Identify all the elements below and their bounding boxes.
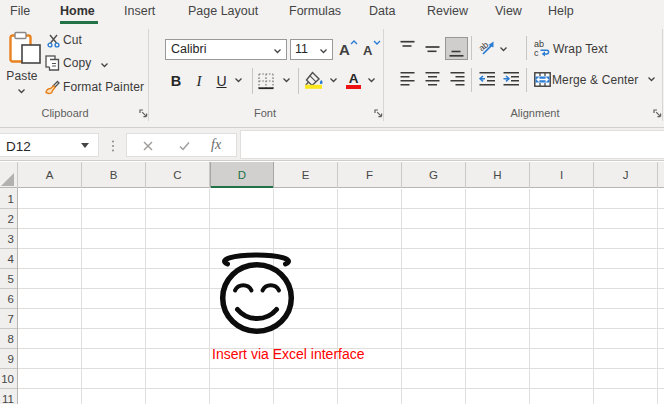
name-box-dropdown-icon[interactable] bbox=[81, 143, 89, 148]
name-box[interactable]: D12 bbox=[0, 133, 99, 157]
format-painter-icon[interactable] bbox=[44, 79, 61, 95]
ribbon-tab-file[interactable]: File bbox=[10, 0, 30, 24]
font-dialog-launcher-icon[interactable] bbox=[374, 109, 383, 118]
font-size-combobox[interactable]: 11 bbox=[290, 39, 333, 60]
group-separator bbox=[662, 29, 663, 121]
ribbon: Paste Cut Copy Format Painter bbox=[0, 24, 664, 128]
cut-icon[interactable] bbox=[47, 34, 60, 48]
row-header-9[interactable]: 9 bbox=[0, 349, 17, 369]
row-header-8[interactable]: 8 bbox=[0, 329, 17, 349]
increase-font-size-button[interactable]: A bbox=[339, 41, 359, 57]
font-name-combobox[interactable]: Calibri bbox=[165, 39, 287, 60]
ribbon-tab-formulas[interactable]: Formulas bbox=[289, 0, 341, 24]
column-header-i[interactable]: I bbox=[530, 162, 594, 188]
wrap-text-icon[interactable]: ab c bbox=[534, 39, 551, 57]
ribbon-tab-data[interactable]: Data bbox=[369, 0, 395, 24]
small-separator bbox=[298, 68, 299, 94]
copy-button-label[interactable]: Copy bbox=[63, 56, 92, 70]
group-separator bbox=[148, 29, 149, 121]
underline-button[interactable]: U bbox=[213, 73, 230, 89]
bottom-align-icon[interactable] bbox=[449, 40, 464, 57]
fill-color-chevron[interactable] bbox=[329, 77, 338, 83]
bold-button[interactable]: B bbox=[168, 73, 184, 89]
decrease-indent-icon[interactable] bbox=[479, 71, 496, 86]
cut-button-label[interactable]: Cut bbox=[63, 33, 82, 47]
copy-dropdown-chevron[interactable] bbox=[100, 62, 109, 68]
ribbon-tab-strip: FileHomeInsertPage LayoutFormulasDataRev… bbox=[0, 0, 664, 24]
orientation-icon[interactable]: ab bbox=[479, 40, 497, 57]
column-header-e[interactable]: E bbox=[274, 162, 338, 188]
row-header-5[interactable]: 5 bbox=[0, 269, 17, 289]
select-all-corner[interactable] bbox=[0, 162, 18, 188]
row-header-1[interactable]: 1 bbox=[0, 189, 17, 209]
row-header-7[interactable]: 7 bbox=[0, 309, 17, 329]
decrease-font-caret-icon bbox=[373, 40, 381, 45]
column-header-g[interactable]: G bbox=[402, 162, 466, 188]
decrease-font-size-button[interactable]: A bbox=[363, 41, 383, 57]
small-separator bbox=[252, 68, 253, 94]
group-separator bbox=[383, 29, 384, 121]
align-left-icon[interactable] bbox=[400, 71, 415, 86]
svg-text:c: c bbox=[534, 48, 539, 57]
underline-chevron[interactable] bbox=[234, 77, 243, 83]
column-header-b[interactable]: B bbox=[82, 162, 146, 188]
cancel-icon[interactable] bbox=[143, 141, 153, 151]
merge-center-button-label[interactable]: Merge & Center bbox=[552, 73, 638, 87]
column-header-a[interactable]: A bbox=[18, 162, 82, 188]
small-separator bbox=[526, 36, 527, 60]
insert-function-icon[interactable]: fx bbox=[211, 137, 221, 153]
excel-window: FileHomeInsertPage LayoutFormulasDataRev… bbox=[0, 0, 664, 404]
font-size-chevron[interactable] bbox=[319, 48, 328, 54]
column-header-c[interactable]: C bbox=[146, 162, 210, 188]
align-center-icon[interactable] bbox=[425, 71, 440, 86]
clipboard-dialog-launcher-icon[interactable] bbox=[139, 109, 148, 118]
ribbon-tab-insert[interactable]: Insert bbox=[124, 0, 155, 24]
ribbon-tab-help[interactable]: Help bbox=[548, 0, 574, 24]
row-header-11[interactable]: 11 bbox=[0, 389, 17, 404]
ribbon-tab-review[interactable]: Review bbox=[427, 0, 468, 24]
wrap-text-button-label[interactable]: Wrap Text bbox=[553, 42, 608, 56]
font-color-bar[interactable] bbox=[346, 85, 361, 89]
paste-button-label[interactable]: Paste bbox=[0, 69, 44, 83]
small-separator bbox=[471, 36, 472, 60]
formula-bar-handle-dots-icon[interactable] bbox=[112, 140, 114, 152]
paste-dropdown-chevron[interactable] bbox=[17, 88, 26, 94]
increase-indent-icon[interactable] bbox=[503, 71, 520, 86]
row-header-10[interactable]: 10 bbox=[0, 369, 17, 389]
enter-check-icon[interactable] bbox=[179, 141, 190, 151]
copy-icon[interactable] bbox=[45, 55, 60, 71]
formula-input[interactable] bbox=[240, 130, 664, 159]
alignment-dialog-launcher-icon[interactable] bbox=[653, 109, 662, 118]
merge-center-icon[interactable] bbox=[534, 72, 551, 87]
font-group-label: Font bbox=[230, 107, 300, 119]
font-name-chevron[interactable] bbox=[273, 48, 282, 54]
ribbon-tab-view[interactable]: View bbox=[495, 0, 522, 24]
column-header-h[interactable]: H bbox=[466, 162, 530, 188]
select-all-triangle-icon bbox=[1, 173, 14, 186]
column-header-f[interactable]: F bbox=[338, 162, 402, 188]
merge-center-chevron[interactable] bbox=[647, 76, 656, 82]
column-header-d[interactable]: D bbox=[210, 162, 274, 188]
orientation-chevron[interactable] bbox=[499, 46, 508, 52]
cell-text-d9[interactable]: Insert via Excel interface bbox=[212, 346, 365, 362]
borders-chevron[interactable] bbox=[282, 77, 291, 83]
top-align-icon[interactable] bbox=[400, 40, 415, 57]
fill-color-icon[interactable] bbox=[305, 71, 324, 89]
middle-align-icon[interactable] bbox=[425, 40, 440, 57]
align-right-icon[interactable] bbox=[450, 71, 465, 86]
row-header-2[interactable]: 2 bbox=[0, 209, 17, 229]
italic-button[interactable]: I bbox=[191, 73, 207, 90]
row-header-6[interactable]: 6 bbox=[0, 289, 17, 309]
formula-bar: D12 fx bbox=[0, 128, 664, 161]
cell-area[interactable] bbox=[18, 189, 664, 404]
column-header-j[interactable]: J bbox=[594, 162, 658, 188]
format-painter-button-label[interactable]: Format Painter bbox=[63, 80, 144, 94]
paste-icon[interactable] bbox=[9, 31, 41, 64]
row-header-4[interactable]: 4 bbox=[0, 249, 17, 269]
ribbon-tab-page-layout[interactable]: Page Layout bbox=[188, 0, 258, 24]
font-color-chevron[interactable] bbox=[367, 77, 376, 83]
row-header-3[interactable]: 3 bbox=[0, 229, 17, 249]
formula-buttons-box: fx bbox=[126, 133, 237, 157]
borders-icon[interactable] bbox=[258, 73, 275, 90]
smiley-halo-drawing[interactable] bbox=[216, 244, 298, 340]
